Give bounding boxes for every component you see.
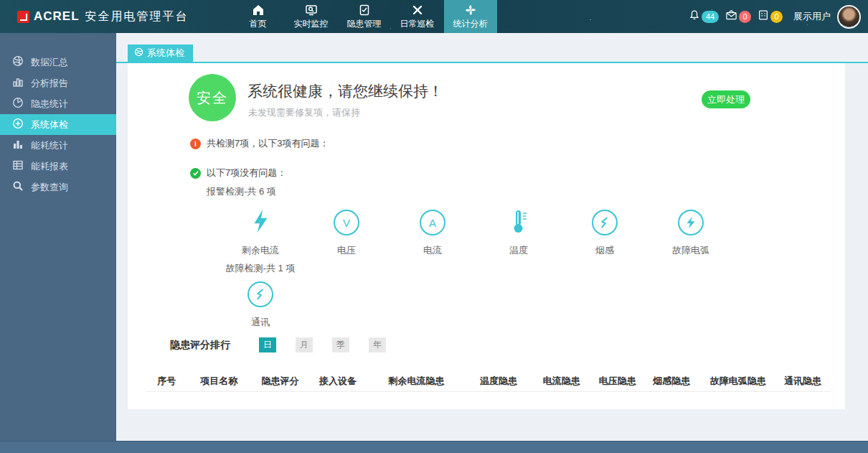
check-item-residual-current: 剩余电流 故障检测-共 1 项 [217, 207, 303, 275]
check-item-arc-fault: 故障电弧 [648, 207, 734, 275]
table-header: 通讯隐患 [775, 375, 831, 388]
bolt-icon [251, 209, 270, 236]
footer-bar [0, 441, 868, 453]
alarm-bell-button[interactable]: 44 [689, 9, 719, 24]
monitor-icon [305, 4, 318, 17]
top-navigation-bar: ACREL 安全用电管理平台 首页 实时监控 隐患管理 [0, 0, 868, 33]
sidebar-item-parameter-query[interactable]: 参数查询 [0, 177, 116, 197]
table-header: 剩余电流隐患 [366, 375, 467, 388]
table-header: 项目名称 [187, 375, 250, 388]
table-header: 电流隐患 [530, 375, 593, 388]
table-header-row: 序号 项目名称 隐患评分 接入设备 剩余电流隐患 温度隐患 电流隐患 电压隐患 … [146, 370, 831, 392]
nav-item-statistics[interactable]: 统计分析 [444, 0, 497, 33]
checklist-icon [358, 4, 371, 17]
check-item-current: A 电流 [390, 207, 476, 275]
plus-circle-icon [12, 118, 24, 131]
bar-chart-icon [12, 76, 24, 90]
sidebar-item-system-checkup[interactable]: 系统体检 [0, 114, 116, 135]
period-year-button[interactable]: 年 [369, 337, 386, 352]
info-icon: i [190, 139, 201, 149]
sidebar-item-energy-statistics[interactable]: 能耗统计 [0, 135, 116, 156]
ok-summary-text: 以下7项没有问题： [207, 167, 286, 179]
home-icon [252, 4, 265, 17]
smoke-zigzag-icon [592, 210, 618, 235]
check-item-voltage: V 电压 [303, 207, 390, 275]
sidebar-item-label: 数据汇总 [31, 56, 68, 69]
sidebar-item-label: 隐患统计 [31, 98, 68, 111]
nav-item-realtime-monitor[interactable]: 实时监控 [285, 0, 338, 33]
sidebar-item-label: 能耗报表 [31, 160, 68, 173]
pinwheel-icon [464, 4, 477, 17]
user-avatar[interactable] [837, 5, 861, 29]
dribbble-icon [12, 55, 24, 69]
check-item-communication: 通讯 [217, 279, 303, 329]
nav-label: 实时监控 [294, 18, 329, 30]
arc-bolt-circle-icon [678, 210, 704, 235]
search-icon [12, 180, 24, 194]
nav-item-daily-inspection[interactable]: 日常巡检 [391, 0, 444, 33]
tab-label: 系统体检 [147, 47, 184, 60]
period-month-button[interactable]: 月 [296, 337, 313, 352]
todo-count-badge: 0 [770, 11, 783, 23]
main-content: 系统体检 安全 系统很健康，请您继续保持！ 未发现需要修复项，请保持 立即处理 … [116, 33, 868, 441]
sidebar-item-energy-report[interactable]: 能耗报表 [0, 156, 116, 177]
checkup-tab-icon [134, 47, 143, 59]
sidebar-item-label: 系统体检 [31, 118, 68, 131]
comm-zigzag-icon [247, 281, 273, 307]
handle-now-button[interactable]: 立即处理 [702, 90, 750, 108]
nav-label: 统计分析 [453, 18, 488, 30]
voltage-circle-icon: V [334, 210, 359, 235]
top-right-cluster: 44 0 0 展示用户 [689, 0, 861, 33]
check-icon [190, 168, 201, 179]
checkup-card: 安全 系统很健康，请您继续保持！ 未发现需要修复项，请保持 立即处理 i 共检测… [128, 63, 845, 409]
bell-icon [689, 9, 700, 24]
check-item-label: 温度 [509, 244, 528, 257]
main-nav: 首页 实时监控 隐患管理 日常巡检 [232, 0, 497, 33]
ok-summary-line: 以下7项没有问题： [190, 167, 286, 179]
table-header: 温度隐患 [467, 375, 530, 388]
check-item-label: 电流 [423, 244, 442, 257]
todo-list-icon [758, 9, 769, 24]
sidebar-item-hazard-statistics[interactable]: 隐患统计 [0, 93, 116, 114]
check-item-label: 电压 [337, 244, 356, 257]
table-header: 烟感隐患 [642, 375, 702, 388]
bar-chart-filled-icon [12, 139, 24, 152]
bell-count-badge: 44 [702, 11, 719, 23]
acrel-logo-icon [17, 11, 29, 23]
table-header: 接入设备 [310, 375, 366, 388]
check-item-label: 烟感 [595, 244, 614, 257]
nav-label: 隐患管理 [347, 18, 382, 30]
health-subtitle: 未发现需要修复项，请保持 [248, 106, 360, 119]
brand-acrel-text: ACREL [34, 9, 80, 24]
brand: ACREL 安全用电管理平台 [17, 9, 189, 24]
tab-bar: 系统体检 [116, 33, 868, 63]
check-item-temperature: 温度 [476, 207, 562, 275]
tab-system-checkup[interactable]: 系统体检 [128, 45, 193, 62]
sidebar: 数据汇总 分析报告 隐患统计 系统体检 能耗统计 [0, 33, 116, 441]
sidebar-item-label: 参数查询 [31, 181, 68, 194]
sidebar-item-data-summary[interactable]: 数据汇总 [0, 52, 116, 73]
pie-chart-icon [12, 97, 24, 111]
check-item-label: 剩余电流 [242, 244, 279, 257]
period-day-button[interactable]: 日 [259, 337, 276, 352]
app-title: 安全用电管理平台 [85, 9, 189, 24]
period-quarter-button[interactable]: 季 [332, 337, 349, 352]
hazard-ranking-controls: 隐患评分排行 日 月 季 年 [170, 337, 405, 352]
nav-item-hazard-management[interactable]: 隐患管理 [338, 0, 391, 33]
problem-summary-text: 共检测7项，以下3项有问题： [207, 137, 329, 150]
thermometer-icon [509, 208, 528, 237]
ranking-title: 隐患评分排行 [170, 339, 230, 352]
mail-count-badge: 0 [739, 11, 751, 23]
mail-button[interactable]: 0 [725, 9, 751, 24]
check-item-smoke: 烟感 [562, 207, 648, 275]
nav-label: 首页 [250, 18, 267, 30]
tools-icon [411, 4, 424, 17]
nav-item-home[interactable]: 首页 [232, 0, 285, 33]
health-status-circle: 安全 [189, 74, 236, 121]
check-item-label: 通讯 [251, 316, 270, 329]
fault-group-label: 故障检测-共 1 项 [226, 262, 296, 275]
todo-button[interactable]: 0 [758, 9, 783, 24]
sidebar-item-analysis-report[interactable]: 分析报告 [0, 73, 116, 93]
mail-icon [725, 9, 737, 24]
user-name[interactable]: 展示用户 [793, 10, 831, 23]
